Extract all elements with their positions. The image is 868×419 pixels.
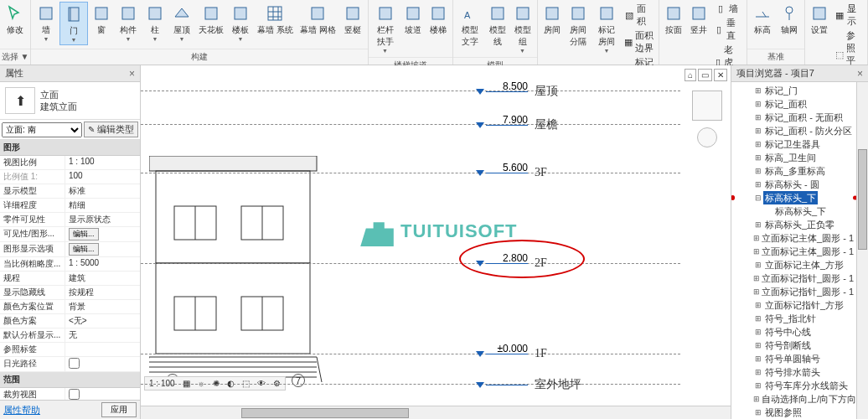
restore-icon[interactable]: ▭ <box>698 69 712 81</box>
curtain_grid-button[interactable]: 幕墙 网格 <box>297 2 339 38</box>
vert_open-button[interactable]: ▯垂直 <box>711 16 745 43</box>
tree-item[interactable]: 标高标头_下 <box>731 204 856 218</box>
tree-item[interactable]: ⊞标高标头 - 圆 <box>731 178 856 191</box>
checkbox[interactable] <box>69 389 80 400</box>
door-button[interactable]: 门▼ <box>59 2 88 45</box>
level-marker[interactable]: 5.6003F <box>476 166 547 179</box>
tree-twisty-icon[interactable]: ⊞ <box>753 111 763 124</box>
drawing-area[interactable]: ⌂ ▭ ✕ <box>141 65 731 419</box>
tree-item[interactable]: ⊞符号车库分水线箭头 <box>731 379 856 392</box>
line-button[interactable]: 模型 线 <box>485 2 510 49</box>
tree-item[interactable]: ⊞符号中心线 <box>731 325 856 339</box>
tree-twisty-icon[interactable]: ⊞ <box>753 325 763 339</box>
edit-type-button[interactable]: ✎ 编辑类型 <box>84 122 138 137</box>
prop-row[interactable]: 详细程度精细 <box>0 199 140 213</box>
tag-button[interactable]: 标记 房间▼ <box>592 2 621 55</box>
level-line[interactable] <box>141 91 680 91</box>
close-icon[interactable]: × <box>857 68 863 80</box>
tree-item[interactable]: ⊟标高标头_下 <box>731 191 856 204</box>
prop-row[interactable]: 参照标签 <box>0 343 140 357</box>
checkbox[interactable] <box>69 358 80 369</box>
tree-twisty-icon[interactable]: ⊞ <box>753 178 763 191</box>
select-panel-label[interactable]: 选择 ▼ <box>0 49 30 65</box>
properties-grid[interactable]: 图形 视图比例1 : 100比例值 1:100显示模型标准详细程度精细零件可见性… <box>0 140 140 400</box>
set-button[interactable]: 设置 <box>807 2 832 38</box>
tree-item[interactable]: ⊞标记_面积 - 防火分区 <box>731 124 856 137</box>
prop-row[interactable]: 规程建筑 <box>0 272 140 286</box>
tree-twisty-icon[interactable]: ⊞ <box>753 392 760 406</box>
column-button[interactable]: 柱▼ <box>142 2 168 44</box>
tree-item[interactable]: ⊞立面标记主体_圆形 - 1 <box>731 245 856 258</box>
prop-row[interactable]: 日光路径 <box>0 357 140 372</box>
wall-button[interactable]: 墙▼ <box>33 2 59 44</box>
stair-button[interactable]: 楼梯 <box>426 2 451 38</box>
show-button[interactable]: ▦显示 <box>832 2 865 28</box>
prop-row[interactable]: 颜色方案位置背景 <box>0 300 140 314</box>
tree-item[interactable]: ⊞标高_多重标高 <box>731 164 856 178</box>
room-button[interactable]: 房间 <box>540 2 565 38</box>
curtain_sys-button[interactable]: 幕墙 系统 <box>254 2 297 38</box>
horizontal-scrollbar[interactable] <box>141 406 731 419</box>
instance-select[interactable]: 立面: 南 <box>2 122 82 137</box>
tree-item[interactable]: ⊞标记_面积 <box>731 97 856 111</box>
tree-item[interactable]: ⊞立面标记主体_圆形 - 1 <box>731 231 856 245</box>
tree-item[interactable]: ⊞标记_门 <box>731 84 856 97</box>
home-icon[interactable]: ⌂ <box>685 69 696 81</box>
group-button[interactable]: 模型 组▼ <box>510 2 535 55</box>
tree-item[interactable]: ⊞符号_指北针 <box>731 312 856 325</box>
tree-twisty-icon[interactable]: ⊞ <box>753 231 760 245</box>
prop-row[interactable]: 默认分析显示...无 <box>0 328 140 343</box>
tree-twisty-icon[interactable]: ⊞ <box>753 339 763 352</box>
area_bound-button[interactable]: ▦面积 边界 <box>621 28 657 55</box>
component-button[interactable]: 构件▼ <box>115 2 142 44</box>
prop-category[interactable]: 图形 <box>0 140 140 156</box>
level-marker[interactable]: 7.900屋檐 <box>476 117 558 132</box>
tree-twisty-icon[interactable]: ⊞ <box>753 352 763 365</box>
close-icon[interactable]: × <box>129 68 135 80</box>
prop-category[interactable]: 范围 <box>0 372 140 388</box>
tree-twisty-icon[interactable]: ⊞ <box>753 365 763 379</box>
area-button[interactable]: ▧面积 <box>621 2 657 28</box>
rail-button[interactable]: 栏杆扶手▼ <box>370 2 400 55</box>
prop-row[interactable]: 图形显示选项编辑... <box>0 242 140 257</box>
wall-button[interactable]: ▯墙 <box>711 2 745 16</box>
prop-row[interactable]: 当比例粗略度...1 : 5000 <box>0 257 140 272</box>
viewcube[interactable] <box>692 91 722 121</box>
tree-item[interactable]: ⊞自动选择向上/向下方向 <box>731 392 856 406</box>
window-button[interactable]: 窗 <box>88 2 115 38</box>
level-line[interactable] <box>141 354 680 354</box>
browser-tree[interactable]: ⊞标记_门⊞标记_面积⊞标记_面积 - 无面积⊞标记_面积 - 防火分区⊞标记卫… <box>731 82 856 419</box>
level-line[interactable] <box>141 124 680 125</box>
tree-twisty-icon[interactable]: ⊞ <box>753 151 763 164</box>
mullion-button[interactable]: 竖梃 <box>339 2 366 38</box>
prop-row[interactable]: 可见性/图形...编辑... <box>0 227 140 242</box>
vertical-scrollbar[interactable] <box>856 82 868 419</box>
tree-twisty-icon[interactable]: ⊞ <box>753 84 763 97</box>
prop-row[interactable]: 零件可见性显示原状态 <box>0 213 140 227</box>
vertical-button[interactable]: 竖井 <box>686 2 711 38</box>
sep-button[interactable]: 房间 分隔 <box>565 2 593 49</box>
grid-bubble[interactable]: 7 <box>292 374 305 387</box>
tree-twisty-icon[interactable]: ⊞ <box>753 406 763 419</box>
prop-row[interactable]: 颜色方案<无> <box>0 314 140 328</box>
tree-twisty-icon[interactable]: ⊞ <box>753 312 763 325</box>
tree-twisty-icon[interactable]: ⊟ <box>753 191 763 204</box>
grid-button[interactable]: 轴网 <box>776 2 803 38</box>
prop-row[interactable]: 裁剪视图 <box>0 388 140 400</box>
close-view-icon[interactable]: ✕ <box>714 69 727 81</box>
tree-item[interactable]: ⊞符号单圆轴号 <box>731 352 856 365</box>
tree-item[interactable]: ⊞立面标记指针_方形 <box>731 298 856 312</box>
edit-button[interactable]: 编辑... <box>69 228 99 241</box>
tree-twisty-icon[interactable]: ⊞ <box>753 97 763 111</box>
level-line[interactable] <box>141 173 680 173</box>
prop-row[interactable]: 显示模型标准 <box>0 184 140 199</box>
tree-item[interactable]: ⊞标高标头_正负零 <box>731 218 856 231</box>
tree-twisty-icon[interactable]: ⊞ <box>753 379 763 392</box>
tree-item[interactable]: ⊞标记_面积 - 无面积 <box>731 111 856 124</box>
prop-row[interactable]: 视图比例1 : 100 <box>0 156 140 170</box>
tree-twisty-icon[interactable]: ⊞ <box>753 258 763 272</box>
text-button[interactable]: A模型 文字 <box>455 2 485 49</box>
ramp-button[interactable]: 坡道 <box>400 2 426 38</box>
tree-item[interactable]: ⊞立面标记指针_圆形 - 1 <box>731 272 856 285</box>
ceiling-button[interactable]: 天花板 <box>195 2 227 38</box>
